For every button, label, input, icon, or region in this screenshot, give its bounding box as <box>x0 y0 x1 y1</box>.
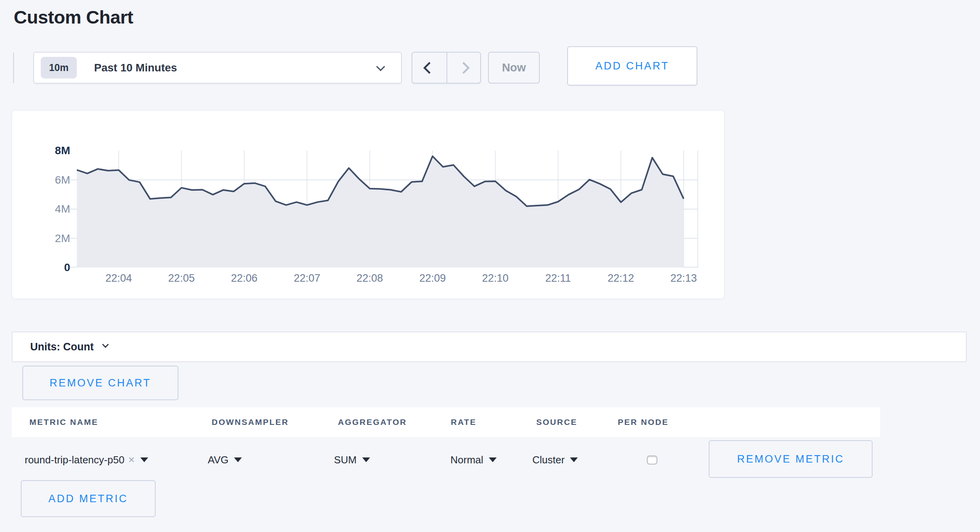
chevron-down-icon <box>102 341 109 348</box>
units-label: Units: Count <box>30 341 94 353</box>
column-header-aggregator: AGGREGATOR <box>338 407 407 437</box>
now-button[interactable]: Now <box>488 52 540 84</box>
time-step-controls <box>412 52 481 84</box>
y-tick-label: 4M <box>12 202 70 216</box>
time-range-label: Past 10 Minutes <box>94 62 177 74</box>
rate-dropdown[interactable]: Normal <box>450 451 497 468</box>
downsampler-dropdown[interactable]: AVG <box>208 451 242 468</box>
series-area <box>77 156 684 268</box>
caret-down-icon <box>234 457 242 462</box>
column-header-downsampler: DOWNSAMPLER <box>212 407 289 437</box>
metrics-table-header: METRIC NAME DOWNSAMPLER AGGREGATOR RATE … <box>12 407 880 437</box>
x-tick-label: 22:10 <box>482 272 509 284</box>
time-series-plot: 22:0422:0522:0622:0722:0822:0922:1022:11… <box>77 151 698 268</box>
caret-down-icon <box>362 457 370 462</box>
page-title: Custom Chart <box>14 6 133 28</box>
downsampler-value: AVG <box>208 454 229 466</box>
x-tick-label: 22:07 <box>294 272 320 284</box>
x-tick-label: 22:04 <box>105 272 132 284</box>
time-window-badge: 10m <box>41 57 77 78</box>
x-tick-label: 22:13 <box>670 272 697 284</box>
chevron-right-icon <box>457 62 470 74</box>
y-tick-label: 2M <box>12 232 70 245</box>
caret-down-icon <box>570 457 578 462</box>
x-tick-label: 22:08 <box>357 272 383 284</box>
area-chart <box>77 151 698 268</box>
y-tick-label: 0 <box>12 261 70 274</box>
toolbar-left-rule <box>13 53 14 83</box>
metric-name-dropdown[interactable]: round-trip-latency-p50 × <box>25 451 148 468</box>
time-range-selector[interactable]: 10m Past 10 Minutes <box>33 52 402 84</box>
custom-chart-page: Custom Chart 10m Past 10 Minutes Now ADD… <box>0 0 980 532</box>
x-tick-label: 22:09 <box>419 272 446 284</box>
x-tick-label: 22:12 <box>608 272 634 284</box>
step-back-button[interactable] <box>412 53 446 83</box>
x-axis-labels: 22:0422:0522:0622:0722:0822:0922:1022:11… <box>77 268 698 283</box>
per-node-checkbox[interactable] <box>647 455 657 465</box>
clear-metric-icon[interactable]: × <box>128 454 134 465</box>
source-value: Cluster <box>532 454 564 466</box>
y-axis-labels: 8M6M4M2M0 <box>12 151 70 268</box>
y-tick-label: 6M <box>12 173 70 187</box>
rate-value: Normal <box>450 454 483 466</box>
column-header-metric-name: METRIC NAME <box>29 407 98 437</box>
x-tick-label: 22:11 <box>545 272 571 284</box>
caret-down-icon <box>489 457 497 462</box>
add-metric-button[interactable]: ADD METRIC <box>21 480 156 517</box>
add-chart-button[interactable]: ADD CHART <box>567 46 697 86</box>
x-tick-label: 22:05 <box>168 272 195 284</box>
chart-card: 8M6M4M2M0 22:0422:0522:0622:0722:0822:09… <box>12 110 724 299</box>
remove-chart-button[interactable]: REMOVE CHART <box>22 366 178 400</box>
column-header-per-node: PER NODE <box>618 407 669 437</box>
metric-name-value: round-trip-latency-p50 <box>25 454 124 466</box>
step-forward-button[interactable] <box>446 53 481 83</box>
chevron-down-icon <box>376 62 385 71</box>
aggregator-value: SUM <box>334 454 357 466</box>
source-dropdown[interactable]: Cluster <box>532 451 578 468</box>
x-tick-label: 22:06 <box>231 272 258 284</box>
y-tick-label: 8M <box>12 144 70 157</box>
column-header-rate: RATE <box>451 407 477 437</box>
caret-down-icon <box>140 457 148 462</box>
column-header-source: SOURCE <box>536 407 577 437</box>
remove-metric-button[interactable]: REMOVE METRIC <box>709 440 873 478</box>
units-selector[interactable]: Units: Count <box>12 332 967 362</box>
aggregator-dropdown[interactable]: SUM <box>334 451 370 468</box>
chevron-left-icon <box>423 62 436 74</box>
